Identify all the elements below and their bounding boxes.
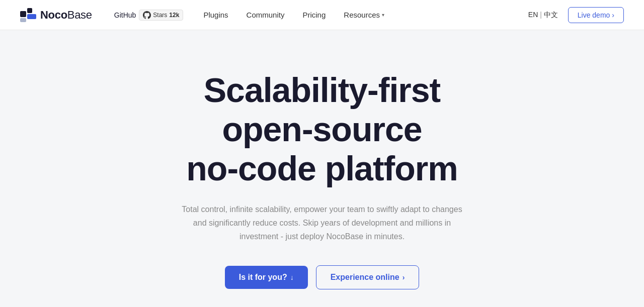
nav-plugins[interactable]: Plugins bbox=[195, 7, 236, 23]
nav-resources[interactable]: Resources ▾ bbox=[336, 7, 392, 23]
hero-subtitle: Total control, infinite scalability, emp… bbox=[181, 202, 463, 244]
github-label: GitHub bbox=[114, 11, 136, 19]
navbar-right: EN | 中文 Live demo › bbox=[528, 7, 624, 23]
nav-community[interactable]: Community bbox=[238, 7, 293, 23]
cta-primary-label: Is it for you? bbox=[239, 273, 287, 282]
navbar: NocoBase GitHub Stars 12k Plugins Commun… bbox=[0, 0, 644, 30]
arrow-right-icon: › bbox=[403, 273, 405, 281]
nav-links: GitHub Stars 12k Plugins Community Prici… bbox=[108, 7, 528, 24]
nav-pricing[interactable]: Pricing bbox=[294, 7, 334, 23]
github-badge: Stars 12k bbox=[139, 10, 183, 21]
lang-zh: 中文 bbox=[544, 11, 558, 19]
hero-title-line3: no-code platform bbox=[186, 149, 457, 187]
stars-label: Stars bbox=[153, 12, 167, 19]
svg-rect-0 bbox=[20, 11, 26, 17]
live-demo-button[interactable]: Live demo › bbox=[568, 7, 624, 23]
stars-count: 12k bbox=[169, 12, 179, 19]
hero-title: Scalability-first open-source no-code pl… bbox=[186, 70, 457, 188]
live-demo-arrow-icon: › bbox=[612, 11, 614, 19]
cta-primary-button[interactable]: Is it for you? ↓ bbox=[225, 266, 308, 289]
github-icon bbox=[143, 11, 151, 19]
resources-label: Resources bbox=[344, 11, 380, 19]
cta-secondary-button[interactable]: Experience online › bbox=[316, 265, 420, 289]
hero-section: Scalability-first open-source no-code pl… bbox=[0, 30, 644, 307]
github-link[interactable]: GitHub Stars 12k bbox=[108, 7, 190, 24]
svg-rect-3 bbox=[20, 18, 26, 22]
hero-title-line1: Scalability-first bbox=[204, 71, 441, 109]
svg-rect-1 bbox=[27, 8, 32, 13]
cta-secondary-label: Experience online bbox=[331, 273, 399, 282]
nocobase-logo-icon bbox=[20, 8, 36, 22]
arrow-down-icon: ↓ bbox=[290, 273, 294, 281]
logo-text: NocoBase bbox=[40, 9, 92, 22]
svg-rect-2 bbox=[27, 14, 36, 19]
hero-title-line2: open-source bbox=[222, 110, 422, 148]
hero-cta: Is it for you? ↓ Experience online › bbox=[225, 265, 420, 289]
logo[interactable]: NocoBase bbox=[20, 8, 92, 22]
lang-en: EN bbox=[528, 11, 538, 19]
language-switcher[interactable]: EN | 中文 bbox=[528, 11, 558, 20]
chevron-down-icon: ▾ bbox=[382, 12, 384, 18]
lang-divider: | bbox=[540, 11, 542, 19]
live-demo-label: Live demo bbox=[578, 11, 610, 19]
